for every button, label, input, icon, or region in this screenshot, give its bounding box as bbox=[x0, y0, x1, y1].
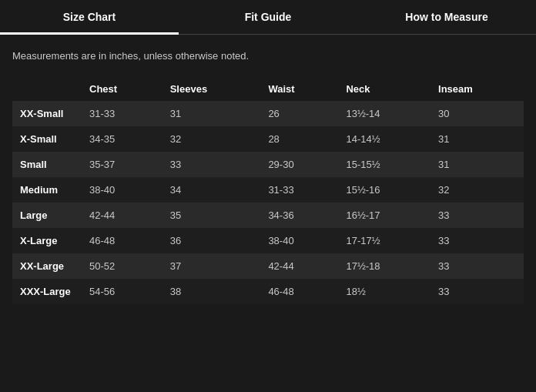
cell-inseam: 33 bbox=[430, 253, 524, 279]
cell-chest: 38-40 bbox=[82, 177, 162, 203]
cell-sleeves: 36 bbox=[162, 228, 261, 253]
cell-size: XX-Large bbox=[12, 253, 82, 279]
cell-waist: 38-40 bbox=[260, 228, 338, 253]
cell-inseam: 31 bbox=[430, 126, 524, 152]
table-row: Large42-443534-3616½-1733 bbox=[12, 203, 524, 228]
table-row: X-Large46-483638-4017-17½33 bbox=[12, 228, 524, 253]
col-header-size bbox=[12, 77, 82, 101]
cell-chest: 54-56 bbox=[82, 279, 162, 304]
cell-size: X-Small bbox=[12, 126, 82, 152]
cell-sleeves: 35 bbox=[162, 203, 261, 228]
cell-waist: 31-33 bbox=[260, 177, 338, 203]
col-header-chest: Chest bbox=[82, 77, 162, 101]
cell-sleeves: 37 bbox=[162, 253, 261, 279]
cell-inseam: 31 bbox=[430, 152, 524, 177]
cell-neck: 17½-18 bbox=[338, 253, 430, 279]
col-header-sleeves: Sleeves bbox=[162, 77, 261, 101]
cell-size: XXX-Large bbox=[12, 279, 82, 304]
cell-inseam: 33 bbox=[430, 203, 524, 228]
cell-neck: 15-15½ bbox=[338, 152, 430, 177]
table-row: XX-Small31-33312613½-1430 bbox=[12, 101, 524, 126]
cell-waist: 46-48 bbox=[260, 279, 338, 304]
cell-waist: 42-44 bbox=[260, 253, 338, 279]
cell-chest: 34-35 bbox=[82, 126, 162, 152]
table-row: X-Small34-35322814-14½31 bbox=[12, 126, 524, 152]
cell-size: XX-Small bbox=[12, 101, 82, 126]
table-row: Medium38-403431-3315½-1632 bbox=[12, 177, 524, 203]
cell-chest: 31-33 bbox=[82, 101, 162, 126]
table-row: Small35-373329-3015-15½31 bbox=[12, 152, 524, 177]
cell-waist: 34-36 bbox=[260, 203, 338, 228]
tab-fit-guide[interactable]: Fit Guide bbox=[179, 0, 357, 34]
cell-neck: 17-17½ bbox=[338, 228, 430, 253]
cell-waist: 28 bbox=[260, 126, 338, 152]
cell-sleeves: 31 bbox=[162, 101, 261, 126]
cell-size: Large bbox=[12, 203, 82, 228]
cell-waist: 29-30 bbox=[260, 152, 338, 177]
cell-inseam: 32 bbox=[430, 177, 524, 203]
cell-inseam: 33 bbox=[430, 279, 524, 304]
cell-size: Medium bbox=[12, 177, 82, 203]
cell-chest: 35-37 bbox=[82, 152, 162, 177]
tab-how-to-measure[interactable]: How to Measure bbox=[357, 0, 536, 34]
table-row: XX-Large50-523742-4417½-1833 bbox=[12, 253, 524, 279]
col-header-waist: Waist bbox=[260, 77, 338, 101]
cell-neck: 16½-17 bbox=[338, 203, 430, 228]
cell-inseam: 30 bbox=[430, 101, 524, 126]
cell-neck: 18½ bbox=[338, 279, 430, 304]
cell-sleeves: 34 bbox=[162, 177, 261, 203]
cell-sleeves: 33 bbox=[162, 152, 261, 177]
tab-size-chart[interactable]: Size Chart bbox=[0, 0, 179, 34]
cell-size: X-Large bbox=[12, 228, 82, 253]
cell-chest: 50-52 bbox=[82, 253, 162, 279]
cell-size: Small bbox=[12, 152, 82, 177]
cell-chest: 42-44 bbox=[82, 203, 162, 228]
cell-inseam: 33 bbox=[430, 228, 524, 253]
cell-sleeves: 38 bbox=[162, 279, 261, 304]
size-chart-content: Measurements are in inches, unless other… bbox=[0, 35, 536, 320]
measurement-note: Measurements are in inches, unless other… bbox=[12, 50, 524, 62]
cell-chest: 46-48 bbox=[82, 228, 162, 253]
table-row: XXX-Large54-563846-4818½33 bbox=[12, 279, 524, 304]
cell-sleeves: 32 bbox=[162, 126, 261, 152]
col-header-inseam: Inseam bbox=[430, 77, 524, 101]
tabs-container: Size Chart Fit Guide How to Measure bbox=[0, 0, 536, 35]
size-chart-table: Chest Sleeves Waist Neck Inseam XX-Small… bbox=[12, 77, 524, 304]
cell-neck: 14-14½ bbox=[338, 126, 430, 152]
table-header-row: Chest Sleeves Waist Neck Inseam bbox=[12, 77, 524, 101]
cell-neck: 15½-16 bbox=[338, 177, 430, 203]
cell-neck: 13½-14 bbox=[338, 101, 430, 126]
cell-waist: 26 bbox=[260, 101, 338, 126]
col-header-neck: Neck bbox=[338, 77, 430, 101]
